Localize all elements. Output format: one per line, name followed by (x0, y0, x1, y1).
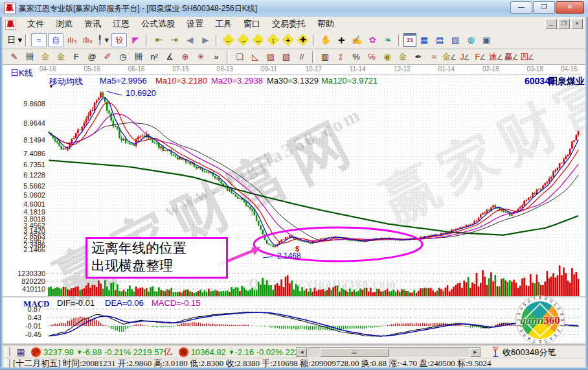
scrollbar-right-arrow[interactable]: ► (470, 348, 481, 357)
gold-angle-icon[interactable]: 金∠ (442, 51, 457, 64)
ma20-value: Ma20=3.2938 (211, 76, 263, 86)
save-icon[interactable]: ▧ (448, 34, 462, 47)
first-page-icon[interactable]: ⇤ (152, 34, 166, 47)
annotate-tool-icon[interactable]: ✍ (350, 34, 364, 47)
notepad-icon[interactable]: ▤ (433, 34, 447, 47)
volume-axis-label: 820220 (5, 277, 45, 285)
ma-header-marker: ▼ (49, 84, 54, 89)
prev-page-icon[interactable]: ◀ (183, 34, 197, 47)
more-tools-chevron[interactable]: » (209, 51, 223, 64)
percent-icon[interactable]: % (349, 51, 363, 64)
win-angle-icon[interactable]: 赢∠ (504, 51, 519, 64)
n2-cycle-icon[interactable]: n² (147, 51, 161, 64)
scrollbar-thumb[interactable] (320, 348, 389, 357)
gold-level-icon[interactable]: 金 (396, 51, 410, 64)
window-titlebar[interactable]: 赢 赢家江恩专业版[赢家内部服务平台] - [阳泉煤业 SH600348-256… (0, 0, 588, 17)
calculator-status-icon[interactable]: ▦ (14, 345, 28, 358)
four-angle-icon[interactable]: 四∠ (520, 51, 534, 64)
scale-ruler-icon[interactable]: ▥ (318, 51, 332, 64)
close-button[interactable]: ✕ (556, 1, 584, 14)
expand-horizontal-icon[interactable]: ↔ (252, 34, 264, 46)
bars-9min-icon[interactable]: ılı9 (80, 34, 95, 47)
last-page-icon[interactable]: ⇥ (167, 34, 181, 47)
gold-grid-icon[interactable]: 金 (38, 51, 52, 64)
percent-line-icon[interactable]: ℅ (365, 51, 379, 64)
minimize-button[interactable]: — (510, 1, 532, 14)
menu-item-0[interactable]: 文件 (21, 17, 50, 31)
menu-item-5[interactable]: 设置 (181, 17, 209, 31)
crosshair-tool-icon[interactable]: + (334, 34, 348, 47)
shanghai-amount: 2219.57 (133, 347, 164, 357)
target-circle-icon[interactable]: ⊕ (178, 51, 192, 64)
pen-red-icon[interactable]: ✐ (100, 51, 115, 64)
toolbar-main: 日 ▾≈自ılı3ılı9╿ ▾较◤⇤⇥◀▶←→↔↕+✚✋+✍✿❧21▦▤▧◍▣ (3, 31, 585, 49)
hand-tool-icon[interactable]: ✋ (319, 34, 333, 47)
speed-angle-icon[interactable]: 速∠ (489, 51, 503, 64)
candle-type-dropdown[interactable]: ╿ ▾ (96, 34, 110, 47)
toolbar-separator (146, 34, 148, 46)
wave-view-icon[interactable]: ≈ (31, 33, 47, 47)
x-axis-date-label: 05-16 (84, 65, 100, 73)
child-minimize-button[interactable]: ＿ (545, 19, 557, 29)
web-data-icon[interactable]: ◍ (464, 34, 478, 47)
shanghai-index-change: -6.88 (83, 347, 102, 357)
leaf-tool-icon[interactable]: ❧ (381, 34, 395, 47)
menu-item-4[interactable]: 公式选股 (135, 17, 181, 31)
comb-plain-icon[interactable]: 卌 (131, 51, 146, 64)
calendar-icon[interactable]: 21 (403, 33, 416, 47)
child-restore-button[interactable]: ❐ (558, 19, 570, 29)
menu-item-7[interactable]: 窗口 (238, 17, 266, 31)
wave-ruler-icon[interactable]: ≈ (427, 51, 441, 64)
print-icon[interactable]: ▣ (479, 34, 493, 47)
angle-mirror-icon[interactable]: ∡ (163, 51, 177, 64)
gold-grid2-icon[interactable]: 金 (54, 51, 68, 64)
horizontal-scrollbar[interactable]: ◄ ► (296, 347, 481, 358)
menu-item-8[interactable]: 交易委托 (266, 17, 311, 31)
parallel-lines-icon[interactable]: // (295, 51, 309, 64)
zoom-right-icon[interactable]: → (237, 34, 249, 46)
draw-pen-icon[interactable]: ✎ (7, 51, 21, 64)
ma10-value: Ma10=3.2180 (155, 76, 207, 86)
scrollbar-left-arrow[interactable]: ◄ (297, 348, 307, 357)
percent-x-icon[interactable]: ⁒ (334, 51, 348, 64)
time-cycle-icon[interactable]: ◷ (116, 51, 130, 64)
menu-item-1[interactable]: 浏览 (50, 17, 78, 31)
child-close-button[interactable]: × (571, 19, 583, 29)
spiral-icon[interactable]: @ (85, 51, 99, 64)
j-angle-icon[interactable]: J∠ (458, 51, 472, 64)
star-burst-icon[interactable]: ✳ (194, 51, 208, 64)
gann-comb-icon[interactable]: 卌 (23, 51, 37, 64)
menu-item-2[interactable]: 资讯 (78, 17, 107, 31)
shenzhen-index-change: -2.16 (234, 347, 254, 357)
compare-stock-icon[interactable]: 较 (111, 33, 127, 47)
annotation-box[interactable]: 远离年线的位置 出现横盘整理 (85, 237, 228, 279)
menu-item-6[interactable]: 工具 (209, 17, 238, 31)
receive-status-text: 收600348分笔 (503, 347, 556, 358)
next-page-icon[interactable]: ▶ (198, 34, 212, 47)
fib-comb-icon[interactable]: F (69, 51, 84, 64)
shanghai-index-badge: 沪 (31, 347, 41, 357)
gold-circle-icon[interactable]: ◉ (380, 51, 394, 64)
zoom-left-icon[interactable]: ← (222, 34, 234, 46)
menu-item-9[interactable]: 帮助 (311, 17, 340, 31)
fan-box2-icon[interactable]: ▧ (279, 51, 293, 64)
fan-box-icon[interactable]: ▨ (264, 51, 278, 64)
f-angle-icon[interactable]: F∠ (473, 51, 488, 64)
maximize-button[interactable]: ❐ (533, 1, 555, 14)
period-day-dropdown[interactable]: 日 ▾ (7, 34, 22, 47)
flower-tool-icon[interactable]: ✿ (365, 34, 379, 47)
menu-item-3[interactable]: 江恩 (107, 17, 135, 31)
zoom-in-icon[interactable]: + (282, 34, 294, 46)
box-select-icon[interactable]: ❏ (232, 51, 247, 64)
zoom-fit-icon[interactable]: ✚ (297, 34, 309, 46)
fan-lines-icon[interactable]: ◺ (248, 51, 262, 64)
profile-histogram-icon[interactable]: ◤ (128, 34, 142, 47)
measure-pen-icon[interactable]: ✒ (411, 51, 425, 64)
calculator-icon[interactable]: ▦ (417, 34, 431, 47)
chart-region[interactable]: 赢家财富网 www.yingjia360.com 赢家财富网 QQ www.yi… (3, 65, 585, 345)
info-note-icon[interactable]: 自 (48, 33, 63, 47)
statusbar-grip (5, 347, 10, 356)
compress-horizontal-icon[interactable]: ↕ (267, 34, 279, 46)
bars-3min-icon[interactable]: ılı3 (65, 34, 79, 47)
window-border-left (0, 17, 3, 370)
